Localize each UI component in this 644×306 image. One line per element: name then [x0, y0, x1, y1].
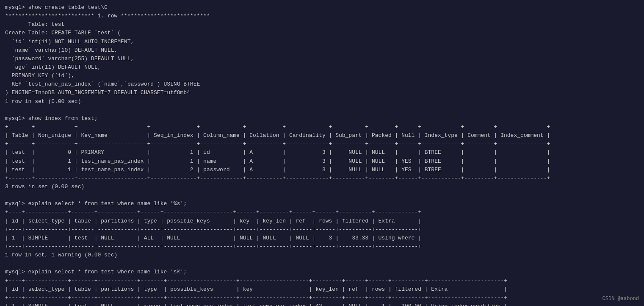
terminal-output: mysql> show create table test\G ********… — [5, 3, 639, 306]
watermark: CSDN @aabond — [603, 295, 639, 303]
